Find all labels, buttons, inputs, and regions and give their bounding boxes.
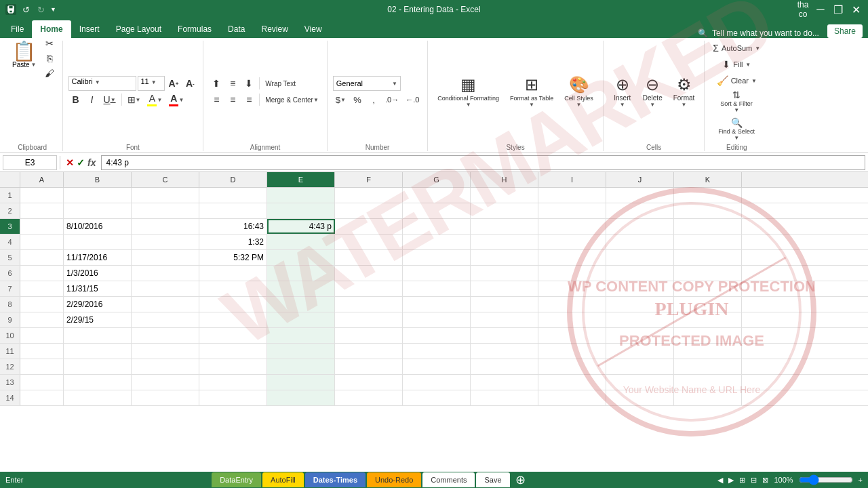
cell[interactable]: [64, 203, 132, 218]
cell[interactable]: [674, 297, 742, 312]
cell[interactable]: [471, 281, 538, 296]
row-number[interactable]: 7: [0, 281, 20, 296]
page-break-view-icon[interactable]: ⊠: [762, 476, 768, 485]
cell[interactable]: [403, 266, 471, 281]
autosum-button[interactable]: Σ AutoSum ▼: [710, 41, 763, 56]
cell[interactable]: [199, 266, 267, 281]
cell[interactable]: [471, 359, 538, 374]
cell[interactable]: [132, 235, 199, 249]
sheet-tab-dataentry[interactable]: DataEntry: [212, 472, 261, 487]
conditional-formatting-button[interactable]: ▦ Conditional Formatting ▼: [433, 70, 503, 113]
cell[interactable]: [267, 375, 335, 390]
cell[interactable]: [132, 203, 199, 218]
cell[interactable]: [267, 328, 335, 343]
cell[interactable]: [471, 266, 538, 281]
cell[interactable]: [199, 359, 267, 374]
font-size-selector[interactable]: 11 ▼: [138, 76, 165, 91]
row-number[interactable]: 10: [0, 328, 20, 343]
cell[interactable]: 2/29/15: [64, 312, 132, 327]
undo-icon[interactable]: ↺: [20, 4, 31, 15]
cell[interactable]: [674, 375, 742, 390]
cell[interactable]: [674, 235, 742, 249]
cell[interactable]: [538, 312, 606, 327]
cell[interactable]: 16:43: [199, 219, 267, 234]
cell[interactable]: [267, 188, 335, 203]
minimize-icon[interactable]: ─: [814, 3, 827, 16]
cell[interactable]: [132, 312, 199, 327]
percent-button[interactable]: %: [350, 92, 365, 107]
cell[interactable]: [606, 297, 674, 312]
cell[interactable]: [471, 297, 538, 312]
row-number[interactable]: 9: [0, 312, 20, 327]
cell[interactable]: [335, 297, 403, 312]
cell[interactable]: [335, 219, 403, 234]
border-button[interactable]: ⊞▼: [125, 92, 144, 107]
cell[interactable]: [674, 219, 742, 234]
cell[interactable]: [335, 188, 403, 203]
comma-button[interactable]: ,: [366, 92, 381, 107]
col-header-D[interactable]: D: [199, 172, 267, 187]
tab-formulas[interactable]: Formulas: [170, 20, 220, 38]
bold-button[interactable]: B: [68, 92, 83, 107]
cell[interactable]: [403, 359, 471, 374]
col-header-G[interactable]: G: [403, 172, 471, 187]
cell[interactable]: [538, 219, 606, 234]
cell[interactable]: [538, 359, 606, 374]
cell[interactable]: [267, 281, 335, 296]
cell[interactable]: [132, 297, 199, 312]
row-number[interactable]: 6: [0, 266, 20, 281]
cell[interactable]: [199, 328, 267, 343]
col-header-E[interactable]: E: [267, 172, 335, 187]
scroll-right-icon[interactable]: ▶: [728, 476, 734, 485]
row-number[interactable]: 2: [0, 203, 20, 218]
redo-icon[interactable]: ↻: [35, 4, 46, 15]
tab-insert[interactable]: Insert: [71, 20, 108, 38]
cell[interactable]: [335, 344, 403, 359]
cell[interactable]: [199, 375, 267, 390]
cell[interactable]: [267, 297, 335, 312]
cell[interactable]: [132, 281, 199, 296]
cell[interactable]: [20, 359, 64, 374]
row-number[interactable]: 8: [0, 297, 20, 312]
sheet-tab-autofill[interactable]: AutoFill: [262, 472, 304, 487]
share-button[interactable]: Share: [827, 24, 863, 38]
cell[interactable]: [20, 375, 64, 390]
zoom-slider[interactable]: [799, 474, 853, 485]
col-header-A[interactable]: A: [20, 172, 64, 187]
cell[interactable]: [538, 266, 606, 281]
cell[interactable]: [674, 203, 742, 218]
cell[interactable]: [403, 203, 471, 218]
close-icon[interactable]: ✕: [849, 3, 863, 16]
align-left-button[interactable]: ≡: [209, 92, 224, 107]
sheet-tab-dates-times[interactable]: Dates-Times: [305, 472, 366, 487]
cell[interactable]: [538, 297, 606, 312]
cell[interactable]: [20, 235, 64, 249]
cell[interactable]: 1:32: [199, 235, 267, 249]
cell[interactable]: [674, 281, 742, 296]
restore-icon[interactable]: ❐: [831, 3, 845, 16]
cell[interactable]: [20, 219, 64, 234]
cell[interactable]: [335, 375, 403, 390]
page-layout-view-icon[interactable]: ⊟: [751, 476, 757, 485]
copy-button[interactable]: ⎘: [42, 52, 57, 65]
row-number[interactable]: 4: [0, 235, 20, 249]
cell[interactable]: [471, 219, 538, 234]
cell[interactable]: [20, 328, 64, 343]
sheet-tab-save[interactable]: Save: [476, 472, 509, 487]
cell[interactable]: [674, 250, 742, 265]
cell[interactable]: 11/31/15: [64, 281, 132, 296]
decrease-font-button[interactable]: A-: [182, 76, 197, 91]
tab-page-layout[interactable]: Page Layout: [108, 20, 170, 38]
cell[interactable]: [538, 235, 606, 249]
cell-reference-box[interactable]: [3, 155, 57, 170]
cell[interactable]: [132, 390, 199, 405]
cell[interactable]: [606, 328, 674, 343]
cell[interactable]: [538, 390, 606, 405]
cell[interactable]: [20, 312, 64, 327]
tab-view[interactable]: View: [296, 20, 330, 38]
quick-access-dropdown[interactable]: ▼: [50, 6, 56, 13]
cell[interactable]: [471, 390, 538, 405]
cell[interactable]: [606, 203, 674, 218]
normal-view-icon[interactable]: ⊞: [739, 476, 745, 485]
row-number[interactable]: 13: [0, 375, 20, 390]
